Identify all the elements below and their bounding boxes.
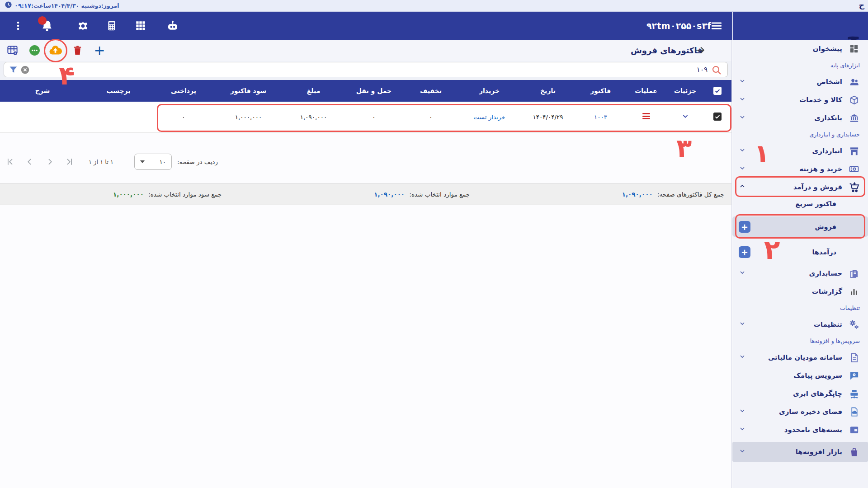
annotation-number-1: ۱ [754,141,769,166]
calculator-icon[interactable] [103,12,121,40]
sidebar-item-sales-income[interactable]: فروش و درآمد [732,178,868,196]
sidebar-item-label: گزارشات [812,287,842,296]
kebab-menu-icon[interactable] [9,12,27,40]
back-arrow-icon[interactable] [694,44,706,58]
sidebar-item-banking[interactable]: بانکداری [732,109,868,127]
warehouse-icon [848,146,860,156]
chevron-down-icon [739,269,746,278]
sidebar-item-incomes[interactable]: درآمدها+ [732,242,868,262]
rows-per-page-value: ۱۰ [159,158,166,165]
sidebar-item-quick-invoice[interactable]: فاکتور سریع [732,196,868,211]
row-details-cell [667,102,703,132]
last-page-button[interactable] [60,153,80,171]
sidebar-item-storage-space[interactable]: فضای ذخیره سازی [732,403,868,421]
invoices-table: جزئیات عملیات فاکتور تاریخ خریدار تخفیف … [0,80,731,133]
box-icon [848,95,860,105]
row-checkbox[interactable] [713,113,722,121]
row-invoice-cell: ۱۰۰۳ [576,102,625,132]
row-description-cell [0,102,85,132]
select-all-checkbox[interactable] [713,87,722,95]
search-input[interactable] [572,62,708,77]
printer-icon [848,389,860,399]
sidebar-item-accounting[interactable]: حسابداری [732,264,868,282]
more-options-icon[interactable] [24,40,44,61]
sidebar-item-label: چاپگرهای ابری [793,389,842,398]
notifications-bell-icon[interactable] [38,12,56,40]
filter-funnel-icon[interactable] [9,65,18,76]
assistant-bot-icon[interactable] [164,12,182,40]
sidebar-item-addons-market[interactable]: بازار افزونه‌ها [732,442,868,462]
col-amount: مبلغ [282,80,345,102]
sidebar-item-sms-service[interactable]: سرویس پیامک [732,366,868,385]
sidebar-item-goods-services[interactable]: کالا و خدمات [732,91,868,109]
section-label: ابزارهای پایه [830,62,860,69]
operations-menu-icon[interactable] [642,112,650,121]
add-button[interactable]: + [739,246,750,258]
first-page-button[interactable] [0,153,20,171]
add-plus-icon[interactable]: + [90,40,109,61]
header-divider [732,12,733,40]
sidebar-item-label: خرید و هزینه [799,165,842,173]
sidebar-item-label: سرویس پیامک [794,371,843,380]
search-icon[interactable] [711,65,722,77]
sidebar-item-purchase-expense[interactable]: خرید و هزینه [732,160,868,178]
sidebar-item-label: بانکداری [814,114,842,122]
details-chevron-icon[interactable] [681,114,689,122]
sidebar-item-label: بسته‌های نامحدود [784,426,842,434]
search-box [4,62,728,77]
workspace-id: ۹۲tm۰۲۵۵۰s۳f [646,12,711,40]
table-columns-icon[interactable] [2,40,22,61]
col-shipping: حمل و نقل [345,80,402,102]
sidebar-item-label: فروش [815,223,836,230]
section-label: سرویس‌ها و افزونه‌ها [810,338,860,344]
invoice-number-link[interactable]: ۱۰۰۳ [594,113,607,121]
content-sidebar-divider [731,40,732,488]
sidebar-item-unlimited-packages[interactable]: بسته‌های نامحدود [732,421,868,439]
selected-total-value: ۱,۰۹۰,۰۰۰ [374,191,405,198]
sidebar-item-label: کالا و خدمات [799,96,842,104]
sidebar-section-accounting-warehousing: حسابداری و انبارداری [732,127,868,142]
top-date-bar: امروز:دوشنبه ۱۴۰۴/۴/۳۰ساعت:۰۹:۱۷ ح [0,0,868,12]
pages-icon [848,268,860,279]
row-date-cell: ۱۴۰۴/۰۴/۲۹ [519,102,576,132]
sidebar-item-settings[interactable]: تنظیمات [732,315,868,333]
row-discount-cell: ۰ [402,102,459,132]
chevron-down-icon [739,407,746,416]
buyer-link[interactable]: خریدار تست [473,113,505,121]
next-page-button[interactable] [40,153,60,171]
sidebar-item-sales[interactable]: فروش+ [732,216,868,237]
chevron-down-icon [739,113,746,122]
sidebar-item-cloud-printers[interactable]: چاپگرهای ابری [732,385,868,403]
sidebar-item-label: اشخاص [816,78,842,86]
cart-icon [848,182,860,193]
sidebar-item-reports[interactable]: گزارشات [732,282,868,300]
row-profit-cell: ۱,۰۰۰,۰۰۰ [215,102,282,132]
apps-grid-icon[interactable] [132,12,150,40]
delete-trash-icon[interactable] [67,40,87,61]
sidebar-item-dashboard[interactable]: پیشخوان [732,40,868,58]
settings-gear-icon[interactable] [74,12,92,40]
page-header: + فاکتورهای فروش [0,40,731,61]
clear-filter-icon[interactable] [20,65,30,76]
chevron-down-icon [739,353,746,362]
chevron-down-icon [739,164,746,174]
sidebar-item-label: درآمدها [812,249,836,256]
sidebar-item-label: فروش و درآمد [793,183,842,191]
row-label-cell [85,102,152,132]
col-operations: عملیات [625,80,667,102]
page-total: جمع کل فاکتورهای صفحه: ۱,۰۹۰,۰۰۰ [622,191,724,198]
chart-icon [848,286,860,296]
hamburger-menu-icon[interactable] [708,12,726,40]
clock-icon [5,1,12,10]
sidebar-item-label: انبارداری [812,147,842,155]
prev-page-button[interactable] [20,153,40,171]
rows-per-page-select[interactable]: ۱۰ [134,154,172,170]
sidebar-item-persons[interactable]: اشخاص [732,73,868,91]
add-button[interactable]: + [739,221,750,233]
sidebar-item-tax-moadian[interactable]: سامانه مودیان مالیاتی [732,348,868,366]
cloud-upload-icon[interactable] [45,40,65,61]
sidebar-item-warehousing[interactable]: انبارداری [732,142,868,160]
purchase-icon [848,164,860,174]
section-label: حسابداری و انبارداری [810,131,860,138]
sidebar-item-label: حسابداری [809,269,842,277]
